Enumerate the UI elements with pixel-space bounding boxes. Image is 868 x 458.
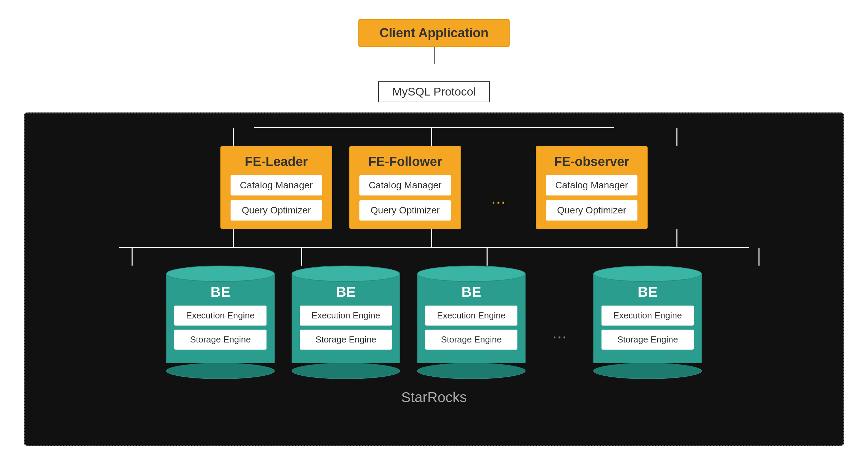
- be3-body: BE Execution Engine Storage Engine: [417, 274, 526, 363]
- fe-vline-bottom-left: [233, 229, 234, 247]
- be-vline-3: [487, 248, 488, 266]
- be2-storage: Storage Engine: [300, 330, 392, 350]
- fe-follower-title: FE-Follower: [368, 154, 442, 169]
- fe-vline-bottom-center: [431, 229, 432, 247]
- main-dashed-box: FE-Leader Catalog Manager Query Optimize…: [24, 112, 844, 446]
- fe-observer-catalog: Catalog Manager: [546, 175, 637, 195]
- be1-body: BE Execution Engine Storage Engine: [166, 274, 275, 363]
- fe-observer-optimizer: Query Optimizer: [546, 200, 637, 221]
- fe-nodes-row: FE-Leader Catalog Manager Query Optimize…: [220, 146, 648, 229]
- fe-vline-left: [233, 128, 234, 146]
- be1-bottom-ellipse: [166, 363, 275, 379]
- fe-vline-bottom-right: [676, 229, 677, 247]
- be-node-4: BE Execution Engine Storage Engine: [590, 266, 705, 379]
- fe-follower-node: FE-Follower Catalog Manager Query Optimi…: [349, 146, 461, 229]
- fe-follower-catalog: Catalog Manager: [359, 175, 451, 195]
- be4-title: BE: [638, 284, 657, 300]
- be-node-1: BE Execution Engine Storage Engine: [163, 266, 278, 379]
- mysql-protocol-label: MySQL Protocol: [378, 81, 490, 102]
- fe-vconnectors-bottom: [170, 229, 698, 247]
- be-node-3: BE Execution Engine Storage Engine: [414, 266, 529, 379]
- be-nodes-row: BE Execution Engine Storage Engine BE Ex…: [163, 266, 705, 379]
- be2-title: BE: [336, 284, 356, 300]
- fe-observer-node: FE-observer Catalog Manager Query Optimi…: [536, 146, 648, 229]
- fe-leader-title: FE-Leader: [245, 154, 308, 169]
- fe-observer-title: FE-observer: [554, 154, 629, 169]
- be4-top-ellipse: [593, 266, 702, 282]
- starrocks-label: StarRocks: [401, 389, 467, 405]
- fe-follower-optimizer: Query Optimizer: [359, 200, 451, 221]
- be-vline-1: [132, 248, 133, 266]
- be4-storage: Storage Engine: [601, 330, 694, 350]
- be-vline-4: [758, 248, 760, 266]
- be4-bottom-ellipse: [593, 363, 702, 379]
- arch-content: FE-Leader Catalog Manager Query Optimize…: [45, 127, 823, 428]
- be3-title: BE: [461, 284, 481, 300]
- be-vconnectors: [84, 248, 784, 266]
- mysql-protocol-text: MySQL Protocol: [392, 85, 476, 98]
- fe-leader-node: FE-Leader Catalog Manager Query Optimize…: [220, 146, 332, 229]
- be3-bottom-ellipse: [417, 363, 526, 379]
- fe-leader-catalog: Catalog Manager: [231, 175, 322, 195]
- fe-dots: ···: [478, 164, 519, 211]
- be3-storage: Storage Engine: [425, 330, 517, 350]
- be2-body: BE Execution Engine Storage Engine: [292, 274, 400, 363]
- fe-vline-right: [676, 128, 677, 146]
- be1-execution: Execution Engine: [174, 306, 267, 326]
- client-app-label: Client Application: [379, 26, 489, 40]
- be2-execution: Execution Engine: [300, 306, 392, 326]
- be1-storage: Storage Engine: [174, 330, 267, 350]
- be-dots: ···: [539, 299, 580, 346]
- fe-vline-center: [431, 128, 432, 146]
- be1-top-ellipse: [166, 266, 275, 282]
- client-app-box: Client Application: [358, 19, 510, 47]
- be3-top-ellipse: [417, 266, 526, 282]
- be-vline-2: [301, 248, 302, 266]
- diagram-wrapper: Client Application MySQL Protocol: [17, 12, 851, 446]
- fe-vconnectors: [170, 128, 698, 146]
- be3-execution: Execution Engine: [425, 306, 517, 326]
- be2-top-ellipse: [292, 266, 400, 282]
- be2-bottom-ellipse: [292, 363, 400, 379]
- client-arrow: [434, 47, 435, 64]
- fe-leader-optimizer: Query Optimizer: [231, 200, 322, 221]
- be4-body: BE Execution Engine Storage Engine: [593, 274, 702, 363]
- be1-title: BE: [211, 284, 230, 300]
- be-node-2: BE Execution Engine Storage Engine: [288, 266, 403, 379]
- be4-execution: Execution Engine: [601, 306, 694, 326]
